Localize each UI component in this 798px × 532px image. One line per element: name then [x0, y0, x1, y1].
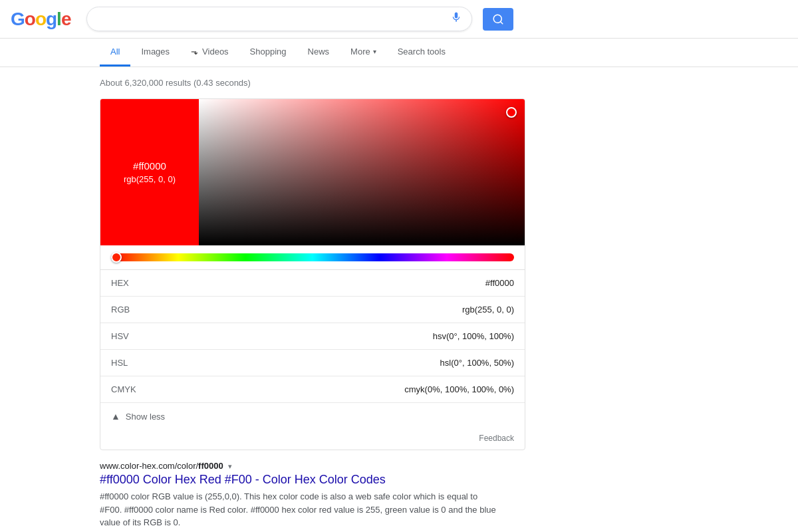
swatch-hex: #ff0000	[133, 160, 166, 172]
results-count: About 6,320,000 results (0.43 seconds)	[100, 72, 698, 98]
nav-bar: All Images ⬎Videos Shopping News More ▾ …	[0, 39, 798, 67]
search-input[interactable]: #ff0000	[96, 13, 445, 25]
hue-slider-area	[100, 245, 525, 269]
nav-images[interactable]: Images	[130, 39, 180, 66]
result-snippet: #ff0000 color RGB value is (255,0,0). Th…	[100, 490, 499, 529]
result-url-arrow: ▾	[228, 462, 232, 470]
nav-more[interactable]: More ▾	[340, 39, 387, 66]
nav-videos[interactable]: ⬎Videos	[180, 39, 239, 66]
nav-all[interactable]: All	[100, 39, 130, 66]
color-picker-top: #ff0000 rgb(255, 0, 0)	[100, 99, 525, 245]
color-swatch: #ff0000 rgb(255, 0, 0)	[100, 99, 199, 245]
color-label-hsv: HSV	[111, 331, 129, 341]
swatch-rgb: rgb(255, 0, 0)	[124, 174, 176, 184]
chevron-up-icon: ▲	[111, 411, 120, 422]
chevron-down-icon: ▾	[373, 48, 376, 55]
result-url-bold: ff0000	[198, 461, 223, 471]
search-result: www.color-hex.com/color/ff0000 ▾ #ff0000…	[100, 461, 499, 532]
color-value-hsl: hsl(0°, 100%, 50%)	[440, 358, 514, 368]
nav-shopping[interactable]: Shopping	[239, 39, 297, 66]
color-value-rgb: rgb(255, 0, 0)	[462, 305, 514, 315]
color-label-hex: HEX	[111, 278, 129, 288]
color-row-rgb: RGB rgb(255, 0, 0)	[100, 297, 525, 323]
result-domain: www.color-hex.com/color/ff0000	[100, 461, 223, 471]
result-url: www.color-hex.com/color/ff0000 ▾	[100, 461, 499, 471]
color-row-cmyk: CMYK cmyk(0%, 100%, 100%, 0%)	[100, 376, 525, 402]
show-less-row[interactable]: ▲ Show less	[100, 402, 525, 430]
color-label-hsl: HSL	[111, 358, 128, 368]
google-logo[interactable]: Google	[11, 9, 70, 30]
result-title[interactable]: #ff0000 Color Hex Red #F00 - Color Hex C…	[100, 472, 499, 487]
mic-icon[interactable]	[450, 11, 462, 27]
feedback-link[interactable]: Feedback	[479, 434, 514, 443]
color-value-hex: #ff0000	[485, 278, 514, 288]
color-gradient-area[interactable]	[199, 99, 525, 245]
cursor-icon: ⬎	[191, 47, 198, 57]
gradient-darkness	[199, 99, 525, 245]
color-value-cmyk: cmyk(0%, 100%, 100%, 0%)	[404, 384, 514, 394]
color-value-hsv: hsv(0°, 100%, 100%)	[433, 331, 514, 341]
nav-news[interactable]: News	[297, 39, 340, 66]
results-area: About 6,320,000 results (0.43 seconds) #…	[0, 67, 798, 532]
color-widget: #ff0000 rgb(255, 0, 0) HEX #ff0000 RGB	[100, 98, 525, 450]
color-row-hsv: HSV hsv(0°, 100%, 100%)	[100, 323, 525, 350]
color-label-rgb: RGB	[111, 305, 130, 315]
color-label-cmyk: CMYK	[111, 384, 136, 394]
color-values: HEX #ff0000 RGB rgb(255, 0, 0) HSV hsv(0…	[100, 269, 525, 402]
search-button[interactable]	[483, 8, 513, 31]
feedback-row: Feedback	[100, 430, 525, 450]
hue-slider-handle[interactable]	[111, 252, 122, 263]
show-less-label: Show less	[126, 412, 165, 422]
color-row-hsl: HSL hsl(0°, 100%, 50%)	[100, 350, 525, 376]
hue-slider-track[interactable]	[111, 253, 514, 261]
gradient-handle[interactable]	[506, 107, 517, 118]
header: Google #ff0000	[0, 0, 798, 39]
color-row-hex: HEX #ff0000	[100, 270, 525, 297]
search-box: #ff0000	[86, 7, 472, 31]
nav-search-tools[interactable]: Search tools	[387, 39, 456, 66]
